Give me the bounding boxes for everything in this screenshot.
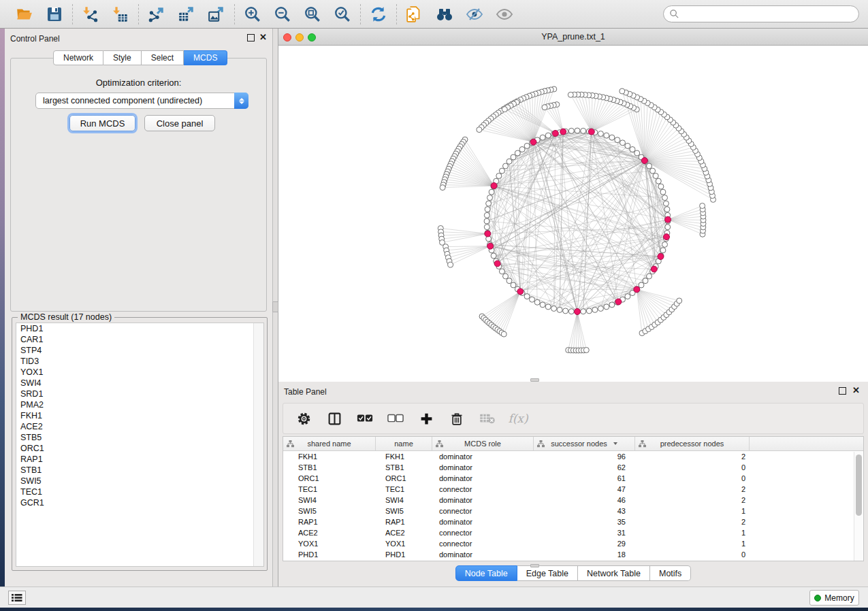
- table-scrollbar-thumb[interactable]: [856, 455, 862, 516]
- zoom-out-button[interactable]: [273, 5, 292, 24]
- network-node[interactable]: [568, 128, 574, 133]
- tab-select[interactable]: Select: [142, 50, 184, 65]
- network-leaf-node[interactable]: [542, 105, 547, 110]
- network-node[interactable]: [545, 133, 551, 138]
- import-network-button[interactable]: [81, 5, 100, 24]
- search-input[interactable]: [679, 10, 843, 19]
- network-node[interactable]: [630, 147, 635, 152]
- network-node[interactable]: [581, 128, 586, 133]
- mcds-result-item[interactable]: ORC1: [16, 443, 263, 454]
- network-node[interactable]: [598, 131, 603, 137]
- network-node[interactable]: [511, 154, 516, 160]
- network-node[interactable]: [665, 225, 671, 230]
- network-node[interactable]: [604, 304, 609, 310]
- network-node[interactable]: [519, 147, 525, 152]
- clone-network-button[interactable]: [405, 5, 424, 24]
- mcds-dominator-node[interactable]: [634, 286, 640, 293]
- mcds-dominator-node[interactable]: [487, 243, 494, 249]
- network-node[interactable]: [540, 302, 545, 308]
- mcds-dominator-node[interactable]: [552, 131, 558, 137]
- network-node[interactable]: [485, 207, 490, 212]
- mcds-result-item[interactable]: CAR1: [16, 334, 263, 345]
- mcds-result-item[interactable]: GCR1: [16, 497, 263, 508]
- network-node[interactable]: [568, 309, 574, 314]
- network-node[interactable]: [609, 135, 615, 140]
- save-session-button[interactable]: [45, 5, 64, 24]
- mcds-dominator-node[interactable]: [664, 234, 670, 240]
- network-node[interactable]: [598, 306, 603, 312]
- network-node[interactable]: [609, 302, 615, 308]
- add-column-button[interactable]: [418, 410, 434, 427]
- mcds-result-item[interactable]: STB1: [16, 465, 263, 476]
- mcds-dominator-node[interactable]: [485, 231, 491, 237]
- mcds-dominator-node[interactable]: [665, 216, 671, 222]
- mcds-result-item[interactable]: PMA2: [16, 399, 263, 410]
- network-node[interactable]: [557, 307, 562, 312]
- network-node[interactable]: [634, 150, 640, 156]
- mcds-dominator-node[interactable]: [615, 299, 622, 305]
- network-node[interactable]: [484, 225, 489, 230]
- mcds-dominator-node[interactable]: [560, 129, 566, 135]
- network-leaf-node[interactable]: [502, 107, 507, 112]
- network-leaf-node[interactable]: [583, 348, 589, 353]
- network-node[interactable]: [511, 282, 516, 288]
- network-node[interactable]: [540, 135, 545, 140]
- network-leaf-node[interactable]: [568, 92, 573, 97]
- network-node[interactable]: [625, 294, 630, 299]
- column-header-name[interactable]: name: [376, 437, 432, 450]
- network-node[interactable]: [650, 168, 656, 174]
- tab-edge-table[interactable]: Edge Table: [517, 565, 578, 581]
- mcds-result-item[interactable]: TID3: [16, 356, 263, 367]
- network-window-titlebar[interactable]: YPA_prune.txt_1: [278, 29, 868, 46]
- tab-network[interactable]: Network: [53, 50, 103, 65]
- tab-network-table[interactable]: Network Table: [578, 565, 650, 581]
- network-node[interactable]: [515, 150, 520, 156]
- network-node[interactable]: [604, 133, 609, 138]
- column-header-predecessor-nodes[interactable]: predecessor nodes: [635, 437, 750, 450]
- table-row[interactable]: FKH1FKH1dominator962: [283, 451, 863, 462]
- splitter-handle[interactable]: [272, 301, 278, 312]
- mcds-dominator-node[interactable]: [494, 261, 500, 267]
- refresh-layout-button[interactable]: [369, 5, 388, 24]
- table-row[interactable]: PHD1PHD1dominator180: [283, 549, 863, 560]
- mcds-dominator-node[interactable]: [588, 129, 594, 135]
- mcds-dominator-node[interactable]: [641, 158, 647, 164]
- memory-button[interactable]: Memory: [809, 590, 859, 606]
- tab-style[interactable]: Style: [103, 50, 142, 65]
- network-node[interactable]: [586, 308, 592, 314]
- mcds-result-item[interactable]: YOX1: [16, 367, 263, 378]
- network-node[interactable]: [620, 140, 626, 146]
- network-node[interactable]: [551, 306, 557, 312]
- optimization-criterion-select[interactable]: largest connected component (undirected): [35, 93, 248, 109]
- network-node[interactable]: [643, 278, 648, 284]
- network-node[interactable]: [658, 184, 664, 189]
- export-network-button[interactable]: [147, 5, 166, 24]
- float-panel-icon[interactable]: [247, 34, 255, 42]
- close-panel-icon[interactable]: ✕: [852, 385, 860, 396]
- network-node[interactable]: [592, 307, 598, 312]
- column-header-shared-name[interactable]: shared name: [283, 437, 376, 450]
- network-leaf-node[interactable]: [620, 88, 625, 94]
- network-node[interactable]: [639, 282, 644, 288]
- splitter-handle[interactable]: [530, 564, 539, 567]
- network-node[interactable]: [662, 195, 668, 201]
- network-node[interactable]: [524, 143, 530, 148]
- network-leaf-node[interactable]: [440, 185, 445, 191]
- network-node[interactable]: [663, 201, 669, 206]
- column-header-MCDS-role[interactable]: MCDS role: [432, 437, 534, 450]
- network-node[interactable]: [496, 174, 502, 179]
- mcds-result-list[interactable]: PHD1CAR1STP4TID3YOX1SWI4SRD1PMA2FKH1ACE2…: [16, 323, 264, 567]
- zoom-selected-button[interactable]: [333, 5, 352, 24]
- network-node[interactable]: [489, 189, 494, 195]
- tab-node-table[interactable]: Node Table: [455, 565, 517, 581]
- network-node[interactable]: [503, 274, 509, 279]
- network-node[interactable]: [615, 137, 620, 143]
- mcds-result-item[interactable]: SWI5: [16, 476, 263, 486]
- mcds-dominator-node[interactable]: [658, 254, 664, 260]
- mcds-result-item[interactable]: ACE2: [16, 421, 263, 432]
- network-node[interactable]: [491, 253, 496, 259]
- network-node[interactable]: [499, 168, 504, 174]
- network-node[interactable]: [662, 242, 668, 247]
- network-node[interactable]: [484, 218, 489, 224]
- table-row[interactable]: RAP1RAP1dominator352: [283, 516, 863, 527]
